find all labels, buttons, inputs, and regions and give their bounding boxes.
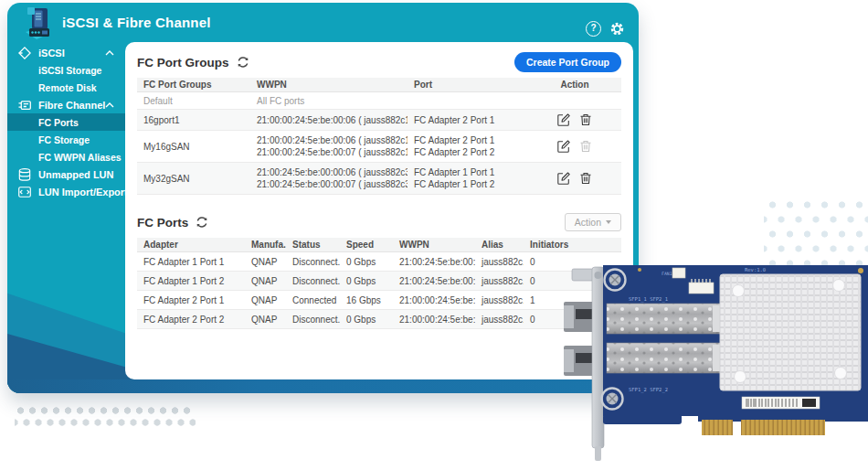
app-logo-icon — [22, 6, 57, 41]
sidebar-item-label: Fibre Channel — [38, 100, 105, 111]
screenshot-stage: iSCSI & Fibre Channel ? iSCSI iSCSI Stor — [0, 0, 868, 470]
table-row[interactable]: FC Adapter 2 Port 2 QNAP Disconnect... 0… — [137, 310, 621, 329]
port-groups-section-header: FC Port Groups Create Port Group — [137, 51, 621, 73]
edit-icon[interactable] — [557, 140, 570, 153]
port-manufacturer: QNAP — [245, 257, 286, 267]
port-status: Disconnect... — [286, 276, 340, 286]
col-manufacturer: Manufa... — [245, 240, 286, 250]
pcb-rev-label: Rev:1.0 — [745, 267, 766, 272]
help-icon[interactable]: ? — [586, 21, 601, 37]
delete-icon-disabled — [579, 140, 592, 153]
fibre-channel-card-image: Rev:1.0 FAN1 SFP1_1 SFP2_1 SFP1_2 SFP2_2 — [559, 245, 868, 470]
sidebar-item-remote-disk[interactable]: Remote Disk — [7, 79, 125, 96]
fan-connector — [672, 268, 685, 278]
port-groups-table-header: FC Port Groups WWPN Port Action — [137, 78, 621, 92]
action-dropdown-button[interactable]: Action — [565, 213, 621, 231]
pcie-gold-fingers — [702, 420, 733, 435]
sidebar-item-fc-wwpn-aliases[interactable]: FC WWPN Aliases — [7, 148, 125, 166]
port-adapter: FC Adapter 2 Port 1 — [137, 295, 245, 305]
port-adapter: FC Adapter 1 Port 1 — [137, 257, 245, 267]
caret-down-icon — [606, 220, 611, 224]
pcb-fan-label: FAN1 — [662, 272, 672, 276]
col-action: Action — [522, 80, 621, 90]
pcb-sfp-top-label: SFP1_1 SFP2_1 — [629, 296, 668, 303]
group-wwpn: 21:00:24:5e:be:00:00:06 ( jauss882c32p1 … — [250, 166, 408, 190]
table-row[interactable]: FC Adapter 1 Port 1 QNAP Disconnect... 0… — [137, 252, 621, 272]
col-alias: Alias — [475, 240, 524, 250]
sidebar-nav: iSCSI iSCSI Storage Remote Disk Fibre Ch… — [7, 44, 125, 200]
sidebar-item-label: iSCSI — [38, 48, 65, 59]
port-manufacturer: QNAP — [245, 276, 286, 286]
col-status: Status — [286, 240, 340, 250]
port-manufacturer: QNAP — [245, 295, 286, 305]
sidebar-item-fc-ports[interactable]: FC Ports — [7, 113, 125, 131]
group-wwpn: 21:00:00:24:5e:be:00:06 ( jauss882c16p1 … — [250, 134, 408, 158]
port-wwpn: 21:00:24:5e:be:00:00... — [393, 276, 475, 286]
sidebar-item-lun-import-export[interactable]: LUN Import/Export — [7, 183, 125, 200]
col-fc-port-groups: FC Port Groups — [137, 80, 250, 90]
group-port: FC Adapter 2 Port 1 FC Adapter 2 Port 2 — [408, 134, 522, 158]
page-title: iSCSI & Fibre Channel — [62, 3, 211, 43]
sidebar-item-label: Remote Disk — [38, 82, 97, 93]
group-name: Default — [137, 96, 250, 106]
sidebar-item-label: FC Ports — [38, 117, 79, 128]
iscsi-icon — [17, 46, 32, 60]
port-alias: jauss882c... — [475, 315, 524, 325]
content-panel: FC Port Groups Create Port Group FC Port… — [125, 42, 633, 379]
heatsink — [720, 274, 861, 390]
barcode-sticker — [742, 397, 820, 409]
port-speed: 16 Gbps — [340, 295, 393, 305]
table-row[interactable]: Default All FC ports — [137, 92, 621, 110]
fc-ports-title: FC Ports — [137, 216, 188, 230]
sidebar-item-label: LUN Import/Export — [38, 187, 128, 198]
port-alias: jauss882c... — [475, 295, 524, 305]
create-port-group-button[interactable]: Create Port Group — [514, 52, 621, 72]
gear-icon[interactable] — [609, 21, 625, 37]
group-port: FC Adapter 1 Port 1 FC Adapter 1 Port 2 — [408, 166, 522, 190]
port-adapter: FC Adapter 2 Port 2 — [137, 315, 245, 325]
sidebar-item-iscsi[interactable]: iSCSI — [7, 44, 125, 61]
edit-icon[interactable] — [557, 172, 570, 185]
port-speed: 0 Gbps — [340, 276, 393, 286]
sidebar-item-fibre-channel[interactable]: Fibre Channel — [7, 96, 125, 113]
table-row[interactable]: My32gSAN 21:00:24:5e:be:00:00:06 ( jauss… — [137, 163, 621, 195]
sidebar-item-label: FC Storage — [38, 134, 90, 145]
table-row[interactable]: My16gSAN 21:00:00:24:5e:be:00:06 ( jauss… — [137, 131, 621, 163]
col-port: Port — [408, 80, 522, 90]
table-row[interactable]: FC Adapter 2 Port 1 QNAP Connected 16 Gb… — [137, 291, 621, 310]
edit-icon[interactable] — [557, 113, 570, 126]
sidebar-item-unmapped-lun[interactable]: Unmapped LUN — [7, 166, 125, 183]
port-status: Disconnect... — [286, 315, 340, 325]
sidebar-item-fc-storage[interactable]: FC Storage — [7, 131, 125, 148]
sidebar-item-iscsi-storage[interactable]: iSCSI Storage — [7, 61, 125, 79]
fc-ports-table-header: Adapter Manufa... Status Speed WWPN Alia… — [137, 238, 621, 252]
port-wwpn: 21:00:00:24:5e:be:00... — [393, 295, 475, 305]
refresh-icon[interactable] — [196, 216, 208, 229]
window-bottom-edge — [7, 379, 639, 393]
chevron-up-icon — [105, 50, 114, 56]
group-actions — [522, 113, 621, 126]
fibre-channel-icon — [17, 98, 32, 112]
group-actions — [522, 172, 621, 185]
unmapped-lun-icon — [17, 167, 32, 182]
table-row[interactable]: FC Adapter 1 Port 2 QNAP Disconnect... 0… — [137, 272, 621, 291]
port-status: Disconnect... — [286, 257, 340, 267]
refresh-icon[interactable] — [237, 56, 249, 69]
group-port: FC Adapter 2 Port 1 — [408, 115, 522, 125]
port-speed: 0 Gbps — [340, 257, 393, 267]
port-speed: 0 Gbps — [340, 315, 393, 325]
dot-grid-bottom-left — [15, 405, 196, 431]
delete-icon[interactable] — [579, 113, 592, 126]
col-wwpn: WWPN — [250, 80, 408, 90]
col-speed: Speed — [340, 240, 393, 250]
port-alias: jauss882c... — [475, 257, 524, 267]
port-manufacturer: QNAP — [245, 315, 286, 325]
delete-icon[interactable] — [579, 172, 592, 185]
group-wwpn: All FC ports — [250, 96, 408, 106]
port-alias: jauss882c... — [475, 276, 524, 286]
port-wwpn: 21:00:00:24:5e:be:00... — [393, 315, 475, 325]
table-row[interactable]: 16gport1 21:00:00:24:5e:be:00:06 ( jauss… — [137, 110, 621, 131]
col-adapter: Adapter — [137, 240, 245, 250]
group-name: 16gport1 — [137, 115, 250, 125]
app-window: iSCSI & Fibre Channel ? iSCSI iSCSI Stor — [7, 3, 639, 393]
